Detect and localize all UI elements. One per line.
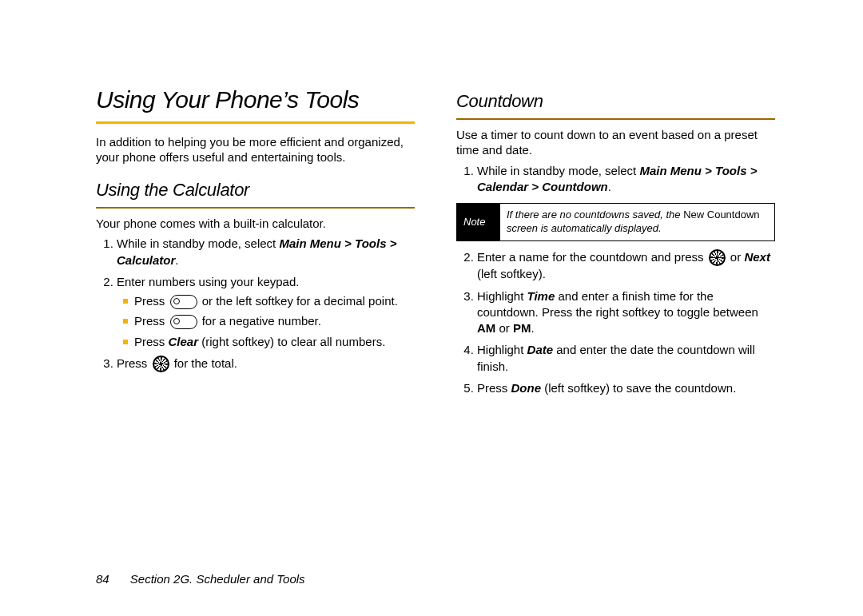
list-item: Press Clear (right softkey) to clear all… xyxy=(123,334,415,350)
list-item: Enter a name for the countdown and press… xyxy=(477,249,775,283)
star-key-icon xyxy=(170,295,197,309)
page-title: Using Your Phone’s Tools xyxy=(96,86,415,113)
note-label: Note xyxy=(457,204,500,240)
nav-key-icon xyxy=(153,356,169,372)
divider xyxy=(456,118,775,120)
list-item: Highlight Time and enter a finish time f… xyxy=(477,288,775,337)
note-content: If there are no countdowns saved, the Ne… xyxy=(500,204,774,240)
list-item: Press Done (left softkey) to save the co… xyxy=(477,380,775,396)
list-item: Highlight Date and enter the date the co… xyxy=(477,342,775,375)
list-item: Enter numbers using your keypad. Press o… xyxy=(117,274,415,350)
steps-list: Enter a name for the countdown and press… xyxy=(456,249,775,396)
section-heading-calculator: Using the Calculator xyxy=(96,180,415,201)
pound-key-icon xyxy=(170,315,197,329)
list-item: Press or the left softkey for a decimal … xyxy=(123,293,415,309)
section-heading-countdown: Countdown xyxy=(456,91,775,112)
section-label: Section 2G. Scheduler and Tools xyxy=(130,572,305,586)
left-column: Using Your Phone’s Tools In addition to … xyxy=(96,86,415,402)
page-footer: 84 Section 2G. Scheduler and Tools xyxy=(0,572,863,616)
sub-list: Press or the left softkey for a decimal … xyxy=(117,293,415,350)
steps-list: While in standby mode, select Main Menu … xyxy=(96,236,415,372)
steps-list: While in standby mode, select Main Menu … xyxy=(456,163,775,196)
list-item: While in standby mode, select Main Menu … xyxy=(477,163,775,196)
list-item: Press for a negative number. xyxy=(123,313,415,329)
right-column: Countdown Use a timer to count down to a… xyxy=(456,86,775,402)
page-number: 84 xyxy=(96,572,109,586)
nav-key-icon xyxy=(709,249,726,266)
list-item: While in standby mode, select Main Menu … xyxy=(117,236,415,268)
list-item: Press for the total. xyxy=(117,356,415,373)
divider xyxy=(96,207,415,209)
body-text: Use a timer to count down to an event ba… xyxy=(456,128,775,158)
note-box: Note If there are no countdowns saved, t… xyxy=(456,203,775,241)
divider xyxy=(96,121,415,124)
intro-text: In addition to helping you be more effic… xyxy=(96,135,415,165)
body-text: Your phone comes with a built-in calcula… xyxy=(96,217,415,232)
